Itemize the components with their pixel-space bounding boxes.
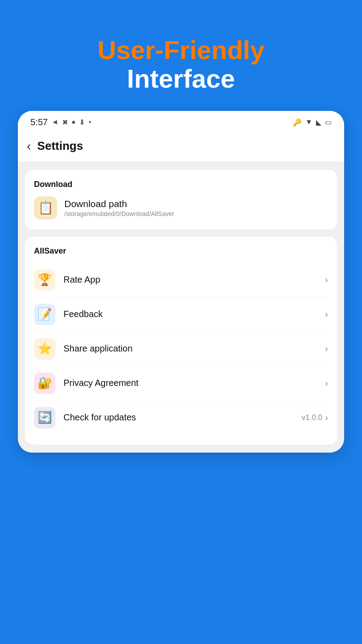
page-title: Settings <box>37 139 83 153</box>
share-application-icon: ⭐ <box>34 338 55 360</box>
hero-section: User-Friendly Interface <box>0 0 362 111</box>
dot-icon: • <box>88 118 91 126</box>
hero-title-line1: User-Friendly <box>97 36 265 64</box>
status-bar-right: 🔑 ▼ ◣ ▭ <box>293 118 332 127</box>
check-for-updates-label: Check for updates <box>63 412 302 423</box>
download-section-title: Download <box>34 180 328 189</box>
feedback-row[interactable]: 📝 Feedback › <box>34 297 328 332</box>
rate-app-row[interactable]: 🏆 Rate App › <box>34 263 328 297</box>
download-status-icon: ⬇ <box>79 118 85 127</box>
key-icon: 🔑 <box>293 118 302 127</box>
check-for-updates-row[interactable]: 🔄 Check for updates v1.0.0 › <box>34 401 328 435</box>
check-for-updates-chevron-icon: › <box>325 412 328 423</box>
hero-title-line2: Interface <box>127 64 235 93</box>
status-time: 5:57 <box>30 117 48 127</box>
app-header: ‹ Settings <box>18 131 344 162</box>
rate-app-icon: 🏆 <box>34 269 55 291</box>
phone-card: 5:57 ◄ ✖ ● ⬇ • 🔑 ▼ ◣ ▭ ‹ Settings Downlo… <box>18 111 344 453</box>
check-for-updates-version: v1.0.0 <box>302 413 322 422</box>
navigation-icon: ◄ <box>51 118 59 126</box>
allsaver-card: AllSaver 🏆 Rate App › 📝 Feedback › ⭐ Sha… <box>25 237 337 445</box>
privacy-agreement-icon: 🔐 <box>34 373 55 394</box>
privacy-agreement-row[interactable]: 🔐 Privacy Agreement › <box>34 366 328 401</box>
share-application-row[interactable]: ⭐ Share application › <box>34 332 328 366</box>
download-path-icon: 📋 <box>34 196 57 220</box>
download-path-value: /storage/emulated/0/Download/AllSaver <box>64 210 174 217</box>
status-bar: 5:57 ◄ ✖ ● ⬇ • 🔑 ▼ ◣ ▭ <box>18 111 344 131</box>
circle-icon: ● <box>72 118 76 126</box>
share-application-chevron-icon: › <box>325 343 328 354</box>
rate-app-chevron-icon: › <box>325 275 328 285</box>
privacy-agreement-chevron-icon: › <box>325 378 328 388</box>
download-card: Download 📋 Download path /storage/emulat… <box>25 170 337 229</box>
status-bar-left: 5:57 ◄ ✖ ● ⬇ • <box>30 117 91 127</box>
screenshot-icon: ✖ <box>62 118 68 127</box>
feedback-chevron-icon: › <box>325 309 328 319</box>
wifi-icon: ▼ <box>305 118 312 126</box>
content-area: Download 📋 Download path /storage/emulat… <box>18 162 344 453</box>
signal-icon: ◣ <box>316 118 321 127</box>
privacy-agreement-label: Privacy Agreement <box>63 378 325 388</box>
feedback-icon: 📝 <box>34 304 55 325</box>
check-for-updates-icon: 🔄 <box>34 407 55 428</box>
feedback-label: Feedback <box>63 309 325 319</box>
download-path-label: Download path <box>64 199 174 209</box>
battery-icon: ▭ <box>325 118 332 127</box>
rate-app-label: Rate App <box>63 275 325 285</box>
download-text-wrap: Download path /storage/emulated/0/Downlo… <box>64 199 174 217</box>
allsaver-section-title: AllSaver <box>34 246 328 256</box>
share-application-label: Share application <box>63 343 325 354</box>
back-button[interactable]: ‹ <box>27 139 31 153</box>
download-path-row[interactable]: 📋 Download path /storage/emulated/0/Down… <box>34 196 328 220</box>
